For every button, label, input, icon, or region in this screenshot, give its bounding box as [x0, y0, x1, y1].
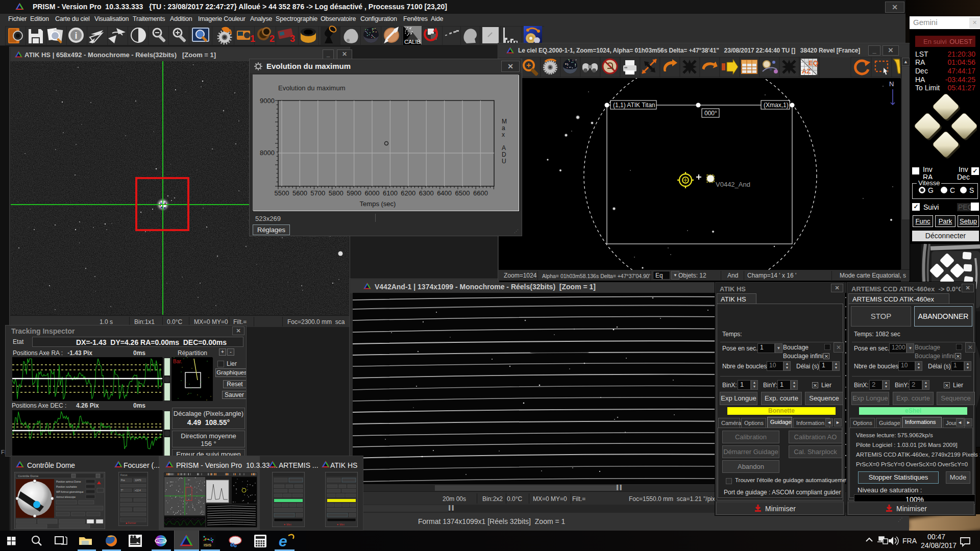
- svg-text:Evolution du maximum: Evolution du maximum: [278, 84, 346, 92]
- svg-text:9000: 9000: [260, 97, 275, 105]
- svg-text:▼ Mini: ▼ Mini: [336, 523, 345, 526]
- svg-text:3: 3: [290, 34, 295, 44]
- svg-text:Qmid: Qmid: [157, 539, 166, 543]
- svg-text:12470: 12470: [135, 479, 141, 482]
- svg-text:ISIS: ISIS: [204, 543, 212, 547]
- svg-text:6500: 6500: [455, 189, 470, 197]
- svg-text:A: A: [502, 144, 506, 152]
- svg-text:Bar.: Bar.: [173, 359, 182, 364]
- svg-text:N: N: [889, 80, 894, 88]
- svg-text:5600: 5600: [292, 189, 307, 197]
- svg-text:D: D: [502, 151, 506, 158]
- svg-text:i: i: [75, 31, 77, 41]
- svg-text:V0442_And: V0442_And: [716, 181, 750, 188]
- svg-text:U: U: [502, 158, 506, 165]
- svg-text:(1,1) ATIK Titan: (1,1) ATIK Titan: [613, 102, 655, 109]
- svg-text:Pos: Pos: [121, 479, 126, 482]
- svg-text:a: a: [502, 124, 505, 132]
- svg-text:x: x: [502, 131, 505, 138]
- svg-text:(Xmax,1): (Xmax,1): [764, 102, 789, 109]
- svg-text:▼ Mini: ▼ Mini: [283, 523, 291, 526]
- svg-text:6300: 6300: [419, 189, 434, 197]
- svg-text:8000: 8000: [260, 149, 275, 157]
- svg-text:2: 2: [270, 34, 275, 44]
- svg-text:EQ: EQ: [808, 59, 818, 67]
- svg-text:Azimut télescope: Azimut télescope: [56, 495, 76, 498]
- svg-text:■ Fermer: ■ Fermer: [126, 521, 136, 524]
- svg-text:T°: T°: [121, 489, 124, 492]
- svg-text:6000: 6000: [365, 189, 380, 197]
- svg-text:FRA: FRA: [902, 537, 917, 545]
- svg-text:5800: 5800: [329, 189, 344, 197]
- svg-text:000°: 000°: [704, 110, 717, 117]
- svg-text:Focus: Focus: [120, 473, 128, 477]
- svg-text:00:47: 00:47: [927, 533, 945, 541]
- svg-text:e: e: [279, 533, 287, 549]
- svg-text:6200: 6200: [401, 189, 415, 197]
- svg-text:Temps (sec): Temps (sec): [360, 200, 396, 208]
- svg-text:Contrôle Dome: Contrôle Dome: [18, 474, 39, 478]
- svg-text:6600: 6600: [473, 189, 488, 197]
- svg-text:AZ: AZ: [802, 67, 811, 75]
- svg-text:5900: 5900: [347, 189, 361, 197]
- svg-text:5700: 5700: [310, 189, 325, 197]
- svg-text:Position azimut Dome: Position azimut Dome: [56, 480, 81, 483]
- svg-text:CALIB: CALIB: [404, 39, 421, 45]
- svg-text:5500: 5500: [275, 189, 289, 197]
- svg-text:6400: 6400: [437, 189, 452, 197]
- svg-text:Position souhaitée: Position souhaitée: [56, 485, 77, 488]
- svg-text:WP Azimut géométrique: WP Azimut géométrique: [56, 490, 84, 493]
- svg-text:1: 1: [250, 34, 255, 44]
- svg-text:M: M: [502, 118, 507, 125]
- svg-text:24/08/2017: 24/08/2017: [921, 541, 957, 549]
- svg-text:+12.4: +12.4: [135, 489, 141, 492]
- svg-text:6100: 6100: [383, 189, 398, 197]
